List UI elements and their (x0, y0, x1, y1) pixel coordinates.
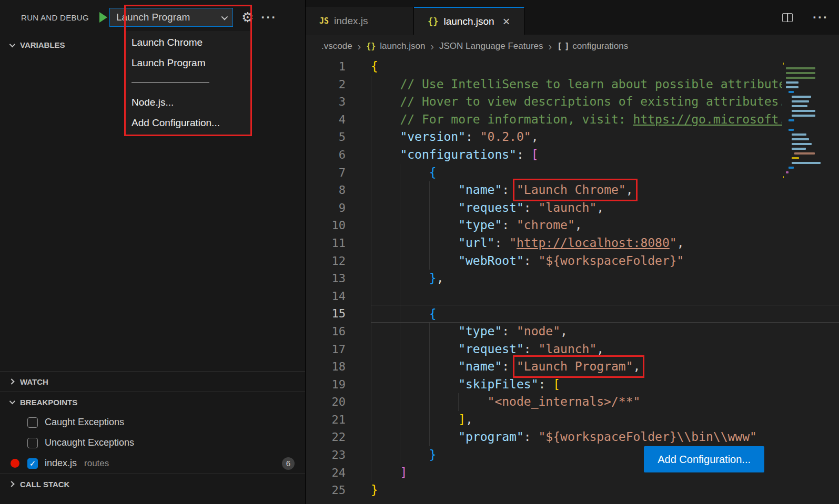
code-line-14[interactable]: 14 (306, 287, 839, 305)
code-token: , (633, 359, 641, 373)
code-token: , (626, 183, 633, 197)
add-configuration-button[interactable]: Add Configuration... (644, 446, 764, 472)
code-token: , (437, 271, 444, 285)
code-token: "launch" (539, 201, 597, 214)
watch-section-header[interactable]: WATCH (0, 371, 305, 392)
breadcrumb-separator: › (430, 40, 434, 53)
code-line-2[interactable]: 2 // Use IntelliSense to learn about pos… (306, 76, 839, 94)
code-editor[interactable]: 1{2 // Use IntelliSense to learn about p… (306, 58, 839, 504)
code-line-18[interactable]: 18 "name": "Launch Program", (306, 358, 839, 376)
code-line-4[interactable]: 4 // For more information, visit: https:… (306, 111, 839, 129)
code-line-22[interactable]: 22 "program": "${workspaceFolder}\\bin\\… (306, 428, 839, 446)
indent-guide (429, 234, 430, 252)
code-line-15[interactable]: 15 { (306, 305, 839, 323)
indent-guide (429, 376, 430, 394)
code-token: "url" (458, 236, 494, 250)
dropdown-item-Node.js...[interactable]: Node.js... (126, 92, 250, 112)
breakpoint-detail: routes (84, 458, 109, 469)
code-token: // For more information, visit: (400, 112, 633, 126)
tab-bar: JSindex.js{}launch.json× ··· (306, 0, 839, 35)
code-token: "webRoot" (458, 254, 524, 268)
checkbox[interactable] (27, 417, 38, 428)
code-line-6[interactable]: 6 "configurations": [ (306, 146, 839, 164)
line-number: 9 (306, 199, 346, 217)
code-token: : (494, 236, 509, 250)
debug-config-value: Launch Program (116, 12, 190, 23)
debug-config-select[interactable]: Launch Program (109, 8, 233, 27)
breadcrumb-item-launch.json[interactable]: {}launch.json (366, 41, 425, 52)
code-line-3[interactable]: 3 // Hover to view descriptions of exist… (306, 93, 839, 111)
indent-guide (429, 252, 430, 270)
breakpoint-label: Uncaught Exceptions (45, 437, 134, 448)
indent-guide (371, 428, 371, 446)
indent-guide (371, 446, 371, 464)
breakpoints-section-header[interactable]: BREAKPOINTS (0, 392, 305, 412)
code-token: : (524, 430, 539, 444)
code-line-16[interactable]: 16 "type": "node", (306, 323, 839, 341)
code-token: } (371, 483, 378, 497)
split-editor-icon[interactable] (782, 13, 793, 22)
editor-more-actions-icon[interactable]: ··· (813, 11, 828, 24)
line-number: 22 (306, 428, 346, 446)
indent-guide (458, 393, 459, 411)
line-content: "type": "chrome", (371, 217, 839, 234)
breakpoint-row[interactable]: Caught Exceptions (0, 412, 305, 433)
indent-guide (400, 305, 400, 322)
breadcrumb-item-.vscode[interactable]: .vscode (321, 41, 352, 52)
code-line-9[interactable]: 9 "request": "launch", (306, 199, 839, 217)
code-line-17[interactable]: 17 "request": "launch", (306, 341, 839, 358)
code-line-19[interactable]: 19 "skipFiles": [ (306, 376, 839, 394)
indent-guide (429, 199, 430, 217)
tab-index.js[interactable]: JSindex.js (306, 7, 414, 35)
breakpoint-row[interactable]: Uncaught Exceptions (0, 433, 305, 453)
code-line-8[interactable]: 8 "name": "Launch Chrome", (306, 181, 839, 199)
code-line-11[interactable]: 11 "url": "http://localhost:8080", (306, 234, 839, 252)
code-token: : (502, 324, 517, 338)
line-content: "skipFiles": [ (371, 376, 839, 394)
breakpoints-list: Caught ExceptionsUncaught Exceptions✓ind… (0, 412, 305, 474)
tab-label: launch.json (443, 16, 494, 27)
breadcrumb-item-configurations[interactable]: [ ]configurations (557, 41, 628, 52)
line-content: "request": "launch", (371, 341, 839, 358)
code-token: "name" (458, 183, 502, 197)
checkbox[interactable]: ✓ (27, 458, 38, 469)
line-content: ] (371, 464, 839, 482)
minimap-line (794, 152, 815, 155)
dropdown-item-Launch Chrome[interactable]: Launch Chrome (126, 32, 250, 53)
line-content: // For more information, visit: https://… (371, 111, 839, 129)
breakpoint-row[interactable]: ✓index.jsroutes6 (0, 453, 305, 474)
code-line-7[interactable]: 7 { (306, 164, 839, 182)
code-line-20[interactable]: 20 "<node_internals>/**" (306, 393, 839, 411)
minimap[interactable] (782, 58, 815, 180)
checkbox[interactable] (27, 438, 38, 448)
dropdown-item-Launch Program[interactable]: Launch Program (126, 53, 250, 73)
indent-guide (429, 428, 430, 446)
call-stack-section-header[interactable]: CALL STACK (0, 474, 305, 494)
code-line-25[interactable]: 25} (306, 481, 839, 499)
close-icon[interactable]: × (503, 15, 510, 28)
code-line-10[interactable]: 10 "type": "chrome", (306, 217, 839, 234)
code-line-1[interactable]: 1{ (306, 58, 839, 76)
line-content: "program": "${workspaceFolder}\\bin\\www… (371, 428, 839, 446)
gear-icon[interactable]: ⚙ (241, 11, 254, 24)
code-line-21[interactable]: 21 ], (306, 411, 839, 429)
code-line-12[interactable]: 12 "webRoot": "${workspaceFolder}" (306, 252, 839, 270)
indent-guide (371, 358, 371, 376)
indent (371, 130, 400, 143)
dropdown-item-Add Configuration...[interactable]: Add Configuration... (126, 112, 250, 133)
code-line-13[interactable]: 13 }, (306, 270, 839, 287)
code-token: // Use IntelliSense to learn about possi… (400, 77, 801, 91)
code-token: "<node_internals>/**" (488, 395, 641, 408)
line-number: 23 (306, 446, 346, 464)
breadcrumb-item-JSON Language Features[interactable]: JSON Language Features (439, 41, 543, 52)
code-line-5[interactable]: 5 "version": "0.2.0", (306, 128, 839, 146)
indent-guide (400, 287, 400, 305)
indent (371, 77, 400, 91)
indent-guide (371, 181, 371, 199)
line-number: 21 (306, 411, 346, 429)
breakpoint-dot-icon (11, 459, 19, 468)
start-debugging-icon[interactable] (99, 12, 107, 23)
more-actions-icon[interactable]: ··· (261, 11, 277, 24)
indent-guide (371, 111, 371, 129)
tab-launch.json[interactable]: {}launch.json× (414, 7, 524, 35)
